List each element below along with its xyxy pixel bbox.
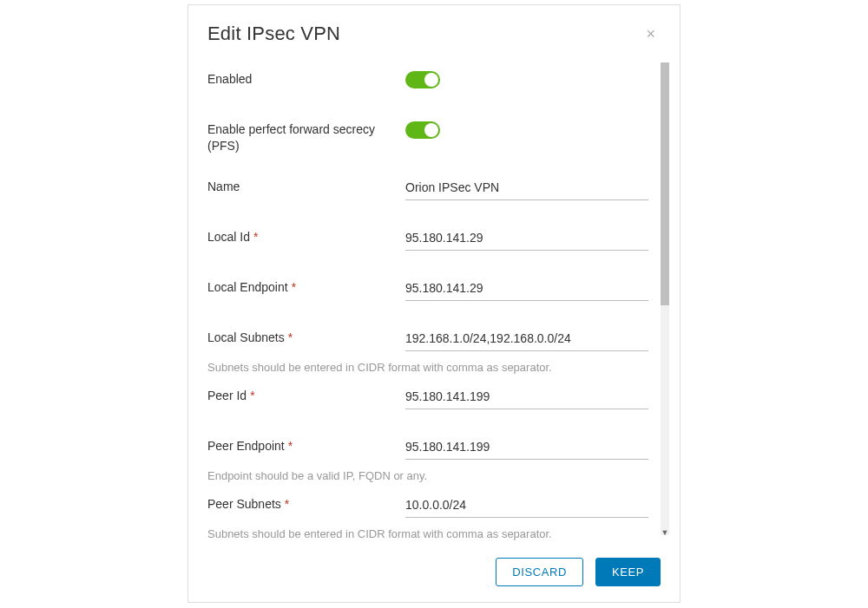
dialog-title: Edit IPsec VPN [207, 23, 340, 45]
label-peer-subnets-text: Peer Subnets [207, 497, 281, 511]
input-local-endpoint[interactable] [405, 278, 648, 301]
row-peer-subnets: Peer Subnets* [207, 487, 661, 522]
dialog-body: Enabled Enable perfect forward secrecy (… [188, 54, 669, 544]
discard-button[interactable]: DISCARD [496, 558, 583, 586]
edit-ipsec-vpn-dialog: Edit IPsec VPN × Enabled Enable perfect … [187, 4, 681, 603]
row-local-subnets: Local Subnets* [207, 321, 661, 356]
row-local-id: Local Id* [207, 220, 661, 255]
close-icon[interactable]: × [642, 24, 659, 43]
keep-button[interactable]: KEEP [595, 558, 661, 586]
row-pfs: Enable perfect forward secrecy (PFS) [207, 113, 661, 154]
label-enabled: Enabled [207, 69, 405, 88]
label-peer-endpoint: Peer Endpoint* [207, 436, 405, 454]
row-name: Name [207, 170, 661, 205]
dialog-footer: DISCARD KEEP [188, 544, 680, 602]
label-local-endpoint: Local Endpoint* [207, 278, 405, 296]
scroll-down-icon[interactable]: ▼ [661, 528, 669, 537]
label-peer-subnets: Peer Subnets* [207, 494, 405, 513]
label-local-subnets: Local Subnets* [207, 328, 405, 346]
input-peer-subnets[interactable] [405, 494, 648, 518]
toggle-enabled[interactable] [405, 71, 440, 88]
hint-local-subnets: Subnets should be entered in CIDR format… [207, 357, 661, 377]
scroll-thumb[interactable] [661, 62, 669, 305]
label-peer-id-text: Peer Id [207, 389, 247, 402]
hint-peer-subnets: Subnets should be entered in CIDR format… [207, 524, 661, 544]
row-peer-endpoint: Peer Endpoint* [207, 429, 661, 464]
input-name[interactable] [405, 177, 648, 200]
label-local-endpoint-text: Local Endpoint [207, 280, 288, 294]
dialog-header: Edit IPsec VPN × [188, 5, 680, 54]
label-local-id: Local Id* [207, 227, 405, 245]
label-name: Name [207, 177, 405, 195]
row-enabled: Enabled [207, 62, 661, 97]
row-local-endpoint: Local Endpoint* [207, 271, 661, 305]
label-peer-endpoint-text: Peer Endpoint [207, 439, 285, 453]
label-peer-id: Peer Id* [207, 386, 405, 404]
row-peer-id: Peer Id* [207, 379, 661, 414]
hint-peer-endpoint: Endpoint should be a valid IP, FQDN or a… [207, 466, 661, 486]
input-peer-id[interactable] [405, 386, 648, 409]
input-local-id[interactable] [405, 227, 648, 251]
toggle-pfs[interactable] [405, 121, 440, 139]
input-col-pfs [405, 120, 661, 139]
label-local-subnets-text: Local Subnets [207, 330, 285, 344]
dialog-body-wrap: Enabled Enable perfect forward secrecy (… [188, 54, 680, 544]
label-local-id-text: Local Id [207, 230, 250, 244]
input-col-enabled [405, 69, 661, 88]
label-pfs: Enable perfect forward secrecy (PFS) [207, 120, 405, 154]
input-local-subnets[interactable] [405, 328, 648, 351]
input-peer-endpoint[interactable] [405, 436, 648, 460]
scrollbar[interactable]: ▲ ▼ [661, 62, 669, 535]
